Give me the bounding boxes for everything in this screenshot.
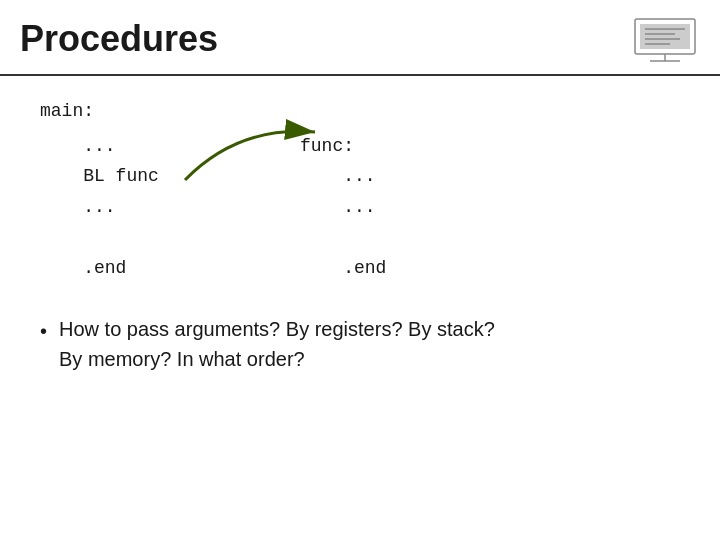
code-columns: ... BL func ... .end func: ... ... .end <box>40 131 690 284</box>
slide-container: Procedures main: <box>0 0 720 540</box>
svg-rect-1 <box>640 24 690 49</box>
code-left: ... BL func ... .end <box>40 131 300 284</box>
code-line-empty <box>40 222 300 253</box>
code-line-bl: BL func <box>40 161 300 192</box>
code-right: func: ... ... .end <box>300 131 520 284</box>
slide-header: Procedures <box>0 0 720 76</box>
code-line-end-right: .end <box>300 253 520 284</box>
code-line-dots1: ... <box>40 131 300 162</box>
code-line-func-empty <box>300 222 520 253</box>
code-line-func-dots1: ... <box>300 161 520 192</box>
bullet-item: • How to pass arguments? By registers? B… <box>40 314 690 374</box>
code-section: main: ... BL func ... <box>30 96 690 284</box>
bullet-text: How to pass arguments? By registers? By … <box>59 314 495 374</box>
slide-content: main: ... BL func ... <box>0 76 720 394</box>
bullet-dot: • <box>40 316 47 346</box>
code-line-func-dots2: ... <box>300 192 520 223</box>
page-title: Procedures <box>20 18 218 60</box>
code-line-func-label: func: <box>300 131 520 162</box>
code-line-end-left: .end <box>40 253 300 284</box>
code-line-dots2: ... <box>40 192 300 223</box>
header-icon <box>630 14 700 64</box>
bullet-section: • How to pass arguments? By registers? B… <box>30 314 690 374</box>
diagram-icon <box>630 14 700 64</box>
main-label: main: <box>40 96 690 127</box>
